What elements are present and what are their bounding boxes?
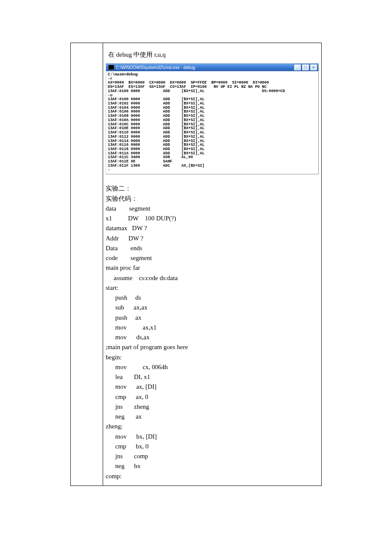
intro-text: 在 debug 中使用 r,u,q: [108, 51, 319, 59]
minimize-button[interactable]: _: [294, 64, 301, 71]
cmd-titlebar: C:\WINDOWS\system32\cmd.exe - debug _ □ …: [106, 64, 318, 71]
window-buttons: _ □ ×: [294, 64, 317, 71]
cmd-title-text: C:\WINDOWS\system32\cmd.exe - debug: [116, 65, 195, 70]
cmd-window: C:\WINDOWS\system32\cmd.exe - debug _ □ …: [106, 63, 319, 174]
cmd-output: C:\masm>debug -r AX=0000 BX=0000 CX=0000…: [106, 71, 318, 174]
page-frame: 在 debug 中使用 r,u,q C:\WINDOWS\system32\cm…: [70, 43, 322, 486]
close-button[interactable]: ×: [310, 64, 317, 71]
left-margin-column: [71, 43, 103, 486]
document-code-text: 实验二： 实验代码： data segment x1 DW 100 DUP(?)…: [106, 184, 319, 481]
main-content-column: 在 debug 中使用 r,u,q C:\WINDOWS\system32\cm…: [103, 43, 322, 486]
cmd-icon: [108, 65, 114, 70]
maximize-button[interactable]: □: [302, 64, 309, 71]
titlebar-left: C:\WINDOWS\system32\cmd.exe - debug: [107, 65, 195, 70]
